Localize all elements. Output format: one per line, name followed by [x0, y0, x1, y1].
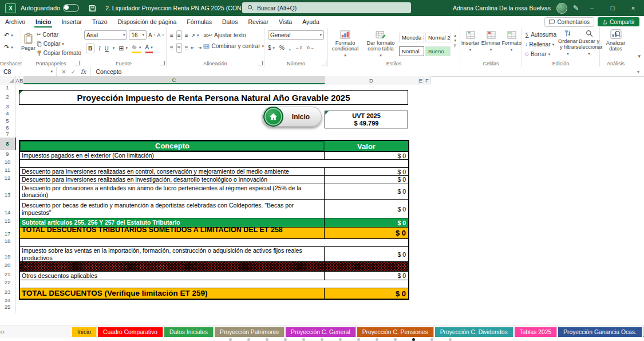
table-row-spacer[interactable]: [20, 159, 408, 167]
ribbon-tab-datos[interactable]: Datos: [217, 16, 243, 28]
undo-button[interactable]: ↶▾: [4, 31, 21, 40]
comma-format-button[interactable]: ,: [289, 44, 291, 52]
copy-button[interactable]: Copiar▾: [37, 40, 81, 48]
ribbon-tab-insertar[interactable]: Insertar: [56, 16, 87, 28]
clipboard-dialog-launcher[interactable]: [75, 61, 80, 65]
fill-color-button[interactable]: ▾: [132, 43, 141, 53]
table-row[interactable]: Impuestos pagados en el exterior (Con li…: [20, 151, 408, 159]
row-header-18[interactable]: 18: [0, 237, 15, 245]
sheet-tab-proyeccion-patrimonio[interactable]: Proyección Patrimonio: [215, 327, 285, 337]
delete-cells-button[interactable]: Eliminar▾: [482, 29, 500, 53]
row-header-9[interactable]: 9: [0, 150, 15, 158]
align-center-button[interactable]: ≡: [176, 43, 182, 53]
col-header-f[interactable]: F: [424, 76, 431, 84]
sheet-tab-inicio[interactable]: Inicio: [72, 327, 97, 337]
font-dialog-launcher[interactable]: [160, 61, 165, 65]
table-row-spacer[interactable]: [20, 280, 408, 288]
table-row-subtotal[interactable]: Subtotal artículos 255, 256 Y 257 del Es…: [20, 218, 408, 227]
sheet-title-cell[interactable]: Proyección Impuesto de Renta Persona Nat…: [19, 90, 408, 105]
autosave-control[interactable]: Autoguardado: [21, 4, 79, 12]
decrease-font-button[interactable]: A˅: [157, 31, 164, 40]
pen-icon[interactable]: ✎: [573, 4, 579, 12]
ribbon-tab-trazo[interactable]: Trazo: [87, 16, 112, 28]
sheet-tab-proyeccion-c-pensiones[interactable]: Proyección C. Pensiones: [357, 327, 434, 337]
header-concepto-cell[interactable]: Concepto: [20, 141, 325, 151]
clear-button[interactable]: ◇Borrar▾: [525, 50, 558, 58]
increase-font-button[interactable]: A˄: [148, 31, 155, 40]
row-header-21[interactable]: 21: [0, 270, 15, 279]
row-header-13[interactable]: 13: [0, 182, 15, 198]
alignment-dialog-launcher[interactable]: [258, 61, 263, 65]
table-row[interactable]: Descuento para inversiones realizadas en…: [20, 167, 408, 175]
table-row[interactable]: Descuento por becas de estudio y manuten…: [20, 199, 408, 218]
sheet-tab-datos-iniciales[interactable]: Datos Iniciales: [164, 327, 214, 337]
spreadsheet-grid[interactable]: 1 2 3 4 5 6 7 8 9 10 11 12 13 14 15 17 1…: [0, 85, 644, 326]
decrease-indent-button[interactable]: ⇤: [191, 44, 195, 52]
expand-formula-bar-chevron[interactable]: ▾: [637, 69, 639, 75]
table-row-spacer[interactable]: [20, 238, 408, 246]
align-top-button[interactable]: ≡: [170, 31, 173, 40]
minimize-button[interactable]: –: [584, 0, 599, 16]
decrease-decimal-button[interactable]: 0→: [307, 44, 314, 52]
ribbon-tab-disposicion[interactable]: Disposición de página: [113, 16, 182, 28]
sheet-tab-tablas-2025[interactable]: Tablas 2025: [515, 327, 558, 337]
avatar[interactable]: [556, 3, 567, 14]
row-header-6[interactable]: 6: [0, 125, 15, 131]
table-row-total-limitacion[interactable]: TOTAL DESCUENTOS TRIBUTARIOS SOMETIDOS A…: [20, 227, 408, 238]
ribbon-tab-revisar[interactable]: Revisar: [243, 16, 274, 28]
align-middle-button[interactable]: ≡: [176, 30, 182, 40]
format-painter-button[interactable]: Copiar formato: [37, 49, 81, 57]
style-normal[interactable]: Normal: [399, 46, 424, 56]
find-select-button[interactable]: Buscar y seleccionar▾: [578, 28, 600, 58]
font-size-select[interactable]: 16▾: [129, 30, 146, 40]
close-button[interactable]: ×: [626, 0, 641, 16]
bold-button[interactable]: B: [86, 44, 94, 53]
row-header-8[interactable]: 8: [0, 138, 16, 150]
row-header-12[interactable]: 12: [0, 174, 15, 182]
analyze-data-button[interactable]: Analizar datos: [600, 28, 631, 52]
row-header-7[interactable]: 7: [0, 131, 15, 138]
row-header-5[interactable]: 5: [0, 117, 15, 125]
borders-button[interactable]: ⊞▾: [118, 44, 128, 53]
autosum-button[interactable]: ∑Autosuma▾: [525, 30, 558, 39]
row-header-14[interactable]: 14: [0, 198, 15, 217]
format-as-table-button[interactable]: Dar formato como tabla▾: [364, 28, 398, 58]
fill-button[interactable]: ↓Rellenar▾: [525, 40, 558, 49]
increase-decimal-button[interactable]: ←0: [295, 44, 302, 52]
ribbon-tab-vista[interactable]: Vista: [274, 16, 297, 28]
ribbon-tab-inicio[interactable]: Inicio: [30, 16, 56, 28]
share-button[interactable]: Compartir: [598, 17, 639, 26]
home-nav-button[interactable]: Inicio: [262, 107, 322, 127]
paste-button[interactable]: Pegar: [21, 30, 35, 57]
style-bueno[interactable]: Bueno: [425, 46, 451, 56]
italic-button[interactable]: I: [98, 44, 100, 53]
ribbon-tab-formulas[interactable]: Fórmulas: [181, 16, 217, 28]
sheet-tab-proyeccion-c-dividendos[interactable]: Proyección C. Dividendos: [435, 327, 513, 337]
table-row[interactable]: Impuesto sobre las ventas en la importac…: [20, 246, 408, 261]
percent-format-button[interactable]: %: [279, 44, 285, 52]
wrap-text-button[interactable]: ab↩Ajustar texto: [203, 31, 264, 40]
save-icon[interactable]: [88, 3, 97, 13]
row-header-20[interactable]: 20: [0, 260, 15, 270]
select-all-corner[interactable]: [0, 76, 16, 84]
number-dialog-launcher[interactable]: [322, 61, 326, 65]
font-color-button[interactable]: A▾: [145, 43, 153, 53]
col-header-c[interactable]: C: [23, 76, 325, 84]
table-row[interactable]: Descuento por donaciones a entidades sin…: [20, 183, 408, 199]
styles-gallery-down[interactable]: ▼: [453, 38, 457, 42]
increase-indent-button[interactable]: ⇥: [197, 44, 202, 52]
ribbon-tab-archivo[interactable]: Archivo: [0, 16, 30, 28]
formula-input[interactable]: Concepto: [91, 68, 121, 75]
insert-cells-button[interactable]: Insertar▾: [461, 29, 480, 53]
row-header-10[interactable]: 10: [0, 158, 15, 166]
collapse-ribbon-chevron[interactable]: ▾: [638, 53, 641, 59]
search-box[interactable]: Buscar (Alt+Q): [242, 2, 411, 13]
font-family-select[interactable]: Arial▾: [84, 30, 127, 40]
ribbon-tab-ayuda[interactable]: Ayuda: [297, 16, 325, 28]
row-header-17[interactable]: 17: [0, 226, 15, 237]
align-left-button[interactable]: ≡: [170, 44, 173, 52]
cancel-entry-icon[interactable]: ✕: [61, 68, 66, 75]
row-header-11[interactable]: 11: [0, 166, 15, 174]
restore-button[interactable]: □: [605, 0, 620, 16]
comments-button[interactable]: Comentarios: [544, 17, 594, 27]
